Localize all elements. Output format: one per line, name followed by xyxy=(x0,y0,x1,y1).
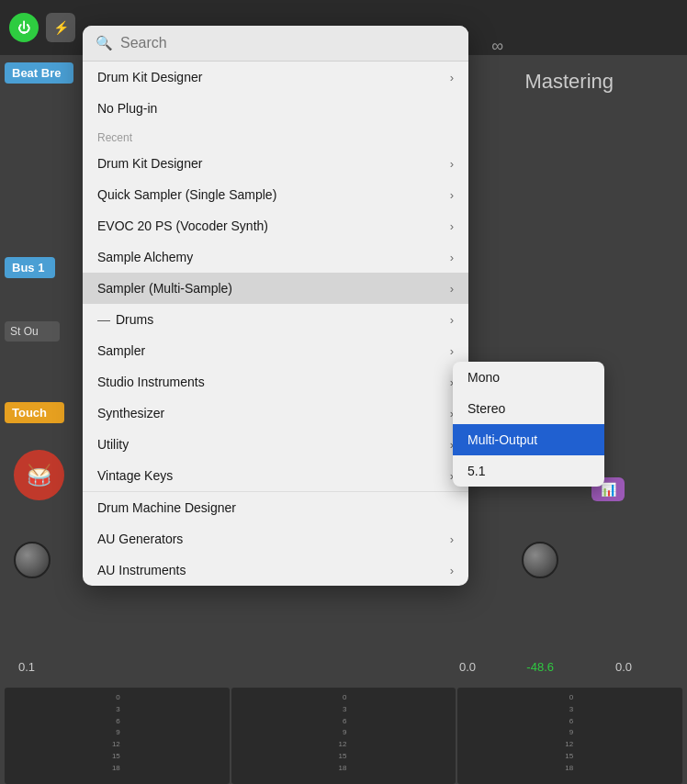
chevron-right-icon: › xyxy=(450,157,454,171)
menu-item-vintage-keys[interactable]: Vintage Keys › xyxy=(83,460,468,491)
chevron-right-icon: › xyxy=(450,282,454,296)
fader-scale-3: 0369121518 xyxy=(565,692,575,775)
knob-left[interactable] xyxy=(14,542,51,578)
menu-item-drum-kit-top[interactable]: Drum Kit Designer › xyxy=(83,62,468,93)
fader-scale-1: 0369121518 xyxy=(112,692,122,775)
menu-item-label: Vintage Keys xyxy=(97,468,173,483)
sampler-submenu: Mono Stereo Multi-Output 5.1 xyxy=(453,362,604,487)
fader-scale-2: 0369121518 xyxy=(339,692,349,775)
chevron-right-icon: › xyxy=(450,188,454,202)
menu-item-label: Drum Machine Designer xyxy=(97,500,236,515)
menu-item-synthesizer[interactable]: Synthesizer › xyxy=(83,398,468,429)
menu-item-label: Drums xyxy=(116,312,153,327)
menu-item-drum-kit-recent[interactable]: Drum Kit Designer › xyxy=(83,148,468,179)
menu-item-label: Sampler xyxy=(97,343,145,358)
sliders-button[interactable]: ⚡ xyxy=(46,13,75,42)
menu-item-utility[interactable]: Utility › xyxy=(83,429,468,460)
submenu-item-label: Mono xyxy=(467,370,500,385)
knob-right[interactable] xyxy=(522,542,558,578)
chevron-right-icon: › xyxy=(450,251,454,264)
bottom-value-2: 0.0 xyxy=(459,660,476,674)
chevron-right-icon: › xyxy=(450,71,454,84)
bottom-value-1: 0.1 xyxy=(18,660,35,674)
menu-item-sampler-multi[interactable]: Sampler (Multi-Sample) › xyxy=(83,273,468,304)
menu-item-label: AU Instruments xyxy=(97,563,186,577)
plugin-menu-list: Drum Kit Designer › No Plug-in Recent Dr… xyxy=(83,62,468,586)
search-bar[interactable]: 🔍 xyxy=(83,26,468,62)
fader-track-2[interactable]: 0369121518 xyxy=(231,688,456,784)
fader-track-3[interactable]: 0369121518 xyxy=(457,688,682,784)
menu-item-label: No Plug-in xyxy=(97,101,157,116)
link-icon: ∞ xyxy=(491,37,503,56)
fader-area: 0369121518 0369121518 0369121518 xyxy=(0,678,687,784)
submenu-item-5-1[interactable]: 5.1 xyxy=(453,455,604,487)
chevron-right-icon: › xyxy=(450,344,454,358)
dash-icon: — xyxy=(97,312,110,327)
menu-item-label: Quick Sampler (Single Sample) xyxy=(97,187,276,202)
menu-item-label: Drum Kit Designer xyxy=(97,156,202,171)
menu-item-no-plugin[interactable]: No Plug-in xyxy=(83,93,468,124)
menu-item-label: Sample Alchemy xyxy=(97,250,193,264)
search-input[interactable] xyxy=(120,35,456,51)
bus-label[interactable]: Bus 1 xyxy=(5,257,55,278)
plugin-dropdown: 🔍 Drum Kit Designer › No Plug-in Recent … xyxy=(83,26,468,586)
menu-item-au-instruments[interactable]: AU Instruments › xyxy=(83,554,468,586)
chevron-right-icon: › xyxy=(450,313,454,327)
chevron-right-icon: › xyxy=(450,219,454,233)
submenu-item-multi-output[interactable]: Multi-Output xyxy=(453,424,604,455)
menu-item-label: Studio Instruments xyxy=(97,375,205,389)
submenu-item-label: Stereo xyxy=(467,401,505,416)
menu-item-label: EVOC 20 PS (Vocoder Synth) xyxy=(97,218,268,233)
menu-item-label: AU Generators xyxy=(97,532,183,546)
chevron-right-icon: › xyxy=(450,532,454,546)
menu-item-label: Drum Kit Designer xyxy=(97,70,202,84)
menu-item-studio-instruments[interactable]: Studio Instruments › xyxy=(83,366,468,398)
menu-item-sampler[interactable]: Sampler › xyxy=(83,335,468,366)
drum-icon: 🥁 xyxy=(14,450,64,500)
st-out-label[interactable]: St Ou xyxy=(5,321,60,342)
menu-item-evoc[interactable]: EVOC 20 PS (Vocoder Synth) › xyxy=(83,210,468,241)
menu-item-drum-machine[interactable]: Drum Machine Designer xyxy=(83,491,468,523)
submenu-item-label: 5.1 xyxy=(467,464,485,478)
menu-item-quick-sampler[interactable]: Quick Sampler (Single Sample) › xyxy=(83,179,468,210)
bottom-value-db: -48.6 xyxy=(526,660,554,674)
menu-item-au-generators[interactable]: AU Generators › xyxy=(83,523,468,554)
submenu-item-stereo[interactable]: Stereo xyxy=(453,393,604,424)
power-button[interactable]: ⏻ xyxy=(9,13,39,42)
section-label: Recent xyxy=(97,131,132,144)
fader-track-1[interactable]: 0369121518 xyxy=(5,688,230,784)
menu-item-label: Utility xyxy=(97,437,129,452)
recent-section-header: Recent xyxy=(83,124,468,148)
touch-label[interactable]: Touch xyxy=(5,402,64,423)
menu-item-sample-alchemy[interactable]: Sample Alchemy › xyxy=(83,241,468,273)
menu-item-label: Synthesizer xyxy=(97,406,164,420)
submenu-item-label: Multi-Output xyxy=(467,432,537,447)
menu-item-drums[interactable]: — Drums › xyxy=(83,304,468,335)
mastering-label: Mastering xyxy=(524,70,614,94)
beat-bre-label[interactable]: Beat Bre xyxy=(5,62,73,84)
submenu-item-mono[interactable]: Mono xyxy=(453,362,604,393)
search-icon: 🔍 xyxy=(96,35,113,51)
chevron-right-icon: › xyxy=(450,564,454,577)
bottom-value-4: 0.0 xyxy=(615,660,632,674)
menu-item-label: Sampler (Multi-Sample) xyxy=(97,281,232,296)
